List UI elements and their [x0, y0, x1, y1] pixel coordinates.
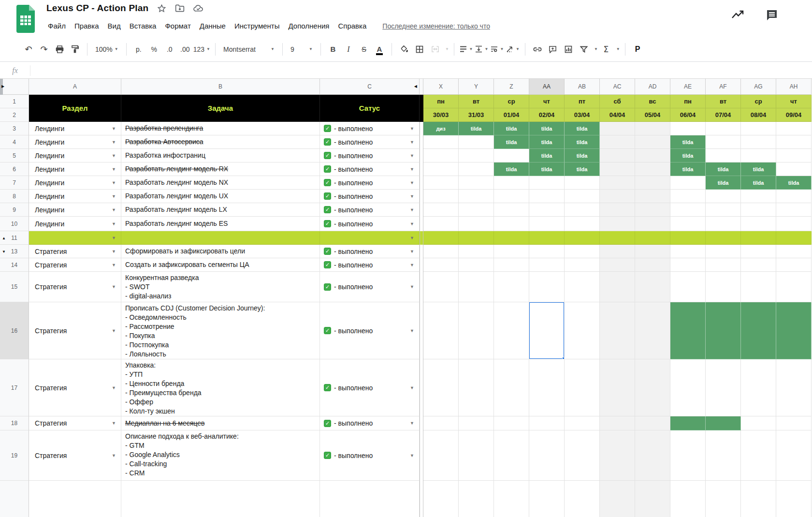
gantt-cell-af-row15[interactable] [706, 272, 741, 302]
section-dropdown-icon[interactable]: ▼ [112, 421, 116, 426]
menu-insert[interactable]: Вставка [125, 20, 161, 31]
row-number-15[interactable]: 15 [0, 272, 29, 302]
gantt-cell-ag-row5[interactable] [741, 149, 776, 162]
gantt-cell-ah-row7[interactable]: tilda [776, 176, 812, 190]
row-number-14[interactable]: 14 [0, 258, 29, 272]
gantt-cell-aa-row8[interactable] [529, 190, 565, 203]
gantt-cell-ag-row8[interactable] [741, 190, 776, 203]
gantt-cell-y-row9[interactable] [459, 203, 494, 217]
section-dropdown-icon[interactable]: ▼ [112, 284, 116, 289]
gantt-cell-ah-row14[interactable] [776, 258, 812, 272]
row-number-13[interactable]: ▼13 [0, 245, 29, 258]
gantt-cell-x-row7[interactable] [423, 176, 459, 190]
section-dropdown-icon[interactable]: ▼ [112, 180, 116, 185]
gantt-cell-aa-row16[interactable] [529, 302, 565, 359]
gantt-cell-z-row10[interactable] [494, 217, 529, 231]
undo-button[interactable]: ↶ [21, 42, 36, 57]
gantt-cell-ad-row4[interactable] [635, 135, 670, 149]
row-number-1[interactable]: 1 [0, 95, 29, 108]
gantt-cell-af-row10[interactable] [706, 217, 741, 231]
filter-button[interactable] [577, 42, 591, 57]
status-cell[interactable]: ✓- выполнено▼ [320, 258, 420, 272]
gantt-cell-ab-row14[interactable] [565, 258, 600, 272]
row-number-17[interactable]: 17 [0, 359, 29, 416]
date-cell-af[interactable] [706, 481, 741, 517]
section-cell[interactable]: Стратегия▼ [29, 359, 121, 416]
status-dropdown-icon[interactable]: ▼ [410, 385, 414, 390]
row-number-5[interactable]: 5 [0, 149, 29, 162]
collapse-group-down-icon[interactable]: ▼ [2, 249, 6, 253]
column-header-x[interactable]: ▶X [423, 79, 459, 95]
functions-button[interactable]: Σ [599, 42, 613, 57]
gantt-cell-x-row8[interactable] [423, 190, 459, 203]
date-cell-label[interactable]: 30/03 [423, 108, 459, 122]
increase-decimals-button[interactable]: .00 [178, 42, 192, 57]
gantt-cell-z-row18[interactable] [494, 416, 529, 430]
gantt-cell-aa-row10[interactable] [529, 217, 565, 231]
bold-button[interactable]: B [326, 42, 340, 57]
gantt-cell-ac-row17[interactable] [600, 359, 635, 416]
row-number-10[interactable]: 10 [0, 217, 29, 231]
gantt-cell-x-row10[interactable] [423, 217, 459, 231]
gantt-cell-ab-row15[interactable] [565, 272, 600, 302]
weekday-cell[interactable]: вт [459, 95, 494, 108]
date-cell-aa[interactable] [529, 481, 565, 517]
date-cell-x[interactable] [423, 481, 459, 517]
gantt-cell-ad-row14[interactable] [635, 258, 670, 272]
gantt-cell-y-row4[interactable] [459, 135, 494, 149]
gantt-cell-ae-row8[interactable] [670, 190, 706, 203]
gantt-cell-af-row9[interactable] [706, 203, 741, 217]
section-cell[interactable]: Лендинги▼ [29, 149, 121, 162]
section-dropdown-icon[interactable]: ▼ [112, 194, 116, 199]
gantt-cell-ac-row19[interactable] [600, 430, 635, 481]
status-dropdown-icon[interactable]: ▼ [410, 140, 414, 145]
gantt-cell-af-row13[interactable] [706, 245, 741, 258]
gantt-cell-ad-row18[interactable] [635, 416, 670, 430]
date-cell-label[interactable]: 08/04 [741, 108, 776, 122]
gantt-cell-ag-row13[interactable] [741, 245, 776, 258]
date-cell-label[interactable]: 04/04 [600, 108, 635, 122]
status-dropdown-icon[interactable]: ▼ [410, 328, 414, 333]
gantt-cell-ag-row9[interactable] [741, 203, 776, 217]
weekday-cell[interactable]: вт [706, 95, 741, 108]
status-cell[interactable]: ✓- выполнено▼ [320, 217, 420, 231]
gantt-cell-ac-row9[interactable] [600, 203, 635, 217]
gantt-cell-ac-row14[interactable] [600, 258, 635, 272]
gantt-cell-af-row18[interactable] [706, 416, 741, 430]
divider-date-cell-ad[interactable] [635, 231, 670, 245]
row-number-6[interactable]: 6 [0, 162, 29, 176]
gantt-cell-z-row8[interactable] [494, 190, 529, 203]
gantt-cell-ad-row10[interactable] [635, 217, 670, 231]
zoom-select[interactable]: 100%▼ [92, 45, 121, 53]
gantt-cell-z-row6[interactable]: tilda [494, 162, 529, 176]
empty-cell-a[interactable] [29, 481, 121, 517]
status-dropdown-icon[interactable]: ▼ [410, 222, 414, 226]
gantt-cell-ae-row4[interactable]: tilda [670, 135, 706, 149]
task-cell[interactable]: Разработать лендинг модель LX [121, 203, 320, 217]
task-cell[interactable]: Разработка прелендинга [121, 122, 320, 135]
gantt-cell-z-row14[interactable] [494, 258, 529, 272]
gantt-cell-z-row9[interactable] [494, 203, 529, 217]
section-dropdown-icon[interactable]: ▼ [112, 140, 116, 145]
gantt-cell-ab-row8[interactable] [565, 190, 600, 203]
divider-date-cell-ab[interactable] [565, 231, 600, 245]
row-number-3[interactable]: 3 [0, 122, 29, 135]
menu-tools[interactable]: Инструменты [230, 20, 284, 31]
section-dropdown-icon[interactable]: ▼ [112, 153, 116, 158]
status-dropdown-icon[interactable]: ▼ [410, 263, 414, 267]
gantt-cell-ah-row18[interactable] [776, 416, 812, 430]
gantt-cell-ae-row15[interactable] [670, 272, 706, 302]
weekday-cell[interactable]: чт [529, 95, 565, 108]
gantt-cell-y-row18[interactable] [459, 416, 494, 430]
task-cell[interactable]: Медиаплан на 6 месяцев [121, 416, 320, 430]
vertical-align-button[interactable]: ▼ [475, 42, 489, 57]
date-cell-label[interactable]: 07/04 [706, 108, 741, 122]
gantt-cell-x-row19[interactable] [423, 430, 459, 481]
gantt-cell-aa-row6[interactable]: tilda [529, 162, 565, 176]
column-header-b[interactable]: B [121, 79, 320, 95]
section-cell[interactable]: Лендинги▼ [29, 203, 121, 217]
gantt-cell-af-row5[interactable] [706, 149, 741, 162]
date-cell-ae[interactable] [670, 481, 706, 517]
text-wrap-button[interactable]: ▼ [490, 42, 505, 57]
gantt-cell-ae-row19[interactable] [670, 430, 706, 481]
